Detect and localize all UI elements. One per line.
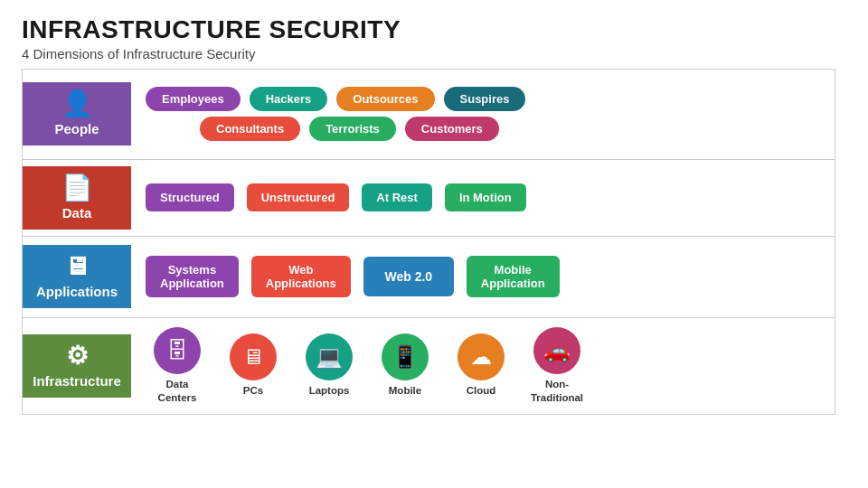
infra-nt-icon: 🚗 <box>533 327 580 374</box>
people-row1: Employees Hackers Outsources Suspires <box>146 87 820 111</box>
people-row2: Consultants Terrorists Customers <box>146 117 820 141</box>
infra-laptops: 💻 Laptops <box>297 333 361 398</box>
pill-consultants: Consultants <box>200 117 300 141</box>
pill-hackers: Hackers <box>250 87 328 111</box>
infra-cloud: ☁ Cloud <box>449 333 513 398</box>
infra-pcs-label: PCs <box>243 384 263 398</box>
label-people: 👤 People <box>23 82 131 145</box>
slide-subtitle: 4 Dimensions of Infrastructure Security <box>22 46 846 61</box>
label-infrastructure: ⚙ Infrastructure <box>23 334 131 398</box>
infra-cloud-icon: ☁ <box>458 333 505 380</box>
block-at-rest: At Rest <box>362 183 432 211</box>
infra-label: Infrastructure <box>33 373 121 389</box>
data-label: Data <box>62 205 92 221</box>
infra-data-centers: 🗄 DataCenters <box>146 327 209 405</box>
apps-label: Applications <box>36 284 118 299</box>
block-systems-app: Systems Application <box>146 256 239 297</box>
block-web2: Web 2.0 <box>363 257 454 296</box>
data-content: Structured Unstructured At Rest In Motio… <box>131 176 835 219</box>
diagram: 👤 People Employees Hackers Outsources Su… <box>22 69 835 415</box>
people-content: Employees Hackers Outsources Suspires Co… <box>131 78 835 150</box>
apps-icon: 🖥 <box>64 254 90 279</box>
block-structured: Structured <box>146 183 234 211</box>
block-mobile-app: Mobile Application <box>467 256 560 297</box>
data-icon: 📄 <box>61 175 93 201</box>
apps-content: Systems Application Web Applications Web… <box>131 249 835 305</box>
pill-customers: Customers <box>405 117 499 141</box>
infra-cloud-label: Cloud <box>467 384 496 398</box>
pill-suspires: Suspires <box>444 87 526 111</box>
pill-terrorists: Terrorists <box>309 117 396 141</box>
people-icon: 👤 <box>61 91 93 117</box>
infra-dc-icon: 🗄 <box>154 327 201 374</box>
infra-nt-label: Non-Traditional <box>531 378 583 405</box>
row-applications: 🖥 Applications Systems Application Web A… <box>23 237 835 318</box>
infra-non-traditional: 🚗 Non-Traditional <box>525 327 589 405</box>
infra-mobile-label: Mobile <box>389 384 421 398</box>
block-unstructured: Unstructured <box>247 183 350 211</box>
label-applications: 🖥 Applications <box>23 245 131 308</box>
infra-icon: ⚙ <box>66 343 89 369</box>
infra-laptops-icon: 💻 <box>306 333 353 380</box>
row-data: 📄 Data Structured Unstructured At Rest I… <box>23 160 835 237</box>
infra-laptops-label: Laptops <box>309 384 350 398</box>
slide-title: INFRASTRUCTURE SECURITY <box>22 16 846 44</box>
infra-content: 🗄 DataCenters 🖥 PCs 💻 Laptops 📱 Mobile ☁ <box>131 318 835 414</box>
infra-pcs-icon: 🖥 <box>230 333 277 380</box>
slide: INFRASTRUCTURE SECURITY 4 Dimensions of … <box>0 0 868 488</box>
infra-mobile-icon: 📱 <box>382 333 429 380</box>
pill-employees: Employees <box>146 87 241 111</box>
people-label: People <box>54 121 99 136</box>
label-data: 📄 Data <box>23 166 131 230</box>
infra-dc-label: DataCenters <box>158 378 197 405</box>
block-in-motion: In Motion <box>445 183 526 211</box>
infra-mobile: 📱 Mobile <box>373 333 437 398</box>
pill-outsources: Outsources <box>336 87 434 111</box>
infra-pcs: 🖥 PCs <box>222 333 285 398</box>
row-people: 👤 People Employees Hackers Outsources Su… <box>23 70 835 160</box>
block-web-apps: Web Applications <box>251 256 351 297</box>
row-infrastructure: ⚙ Infrastructure 🗄 DataCenters 🖥 PCs 💻 L… <box>23 318 835 414</box>
